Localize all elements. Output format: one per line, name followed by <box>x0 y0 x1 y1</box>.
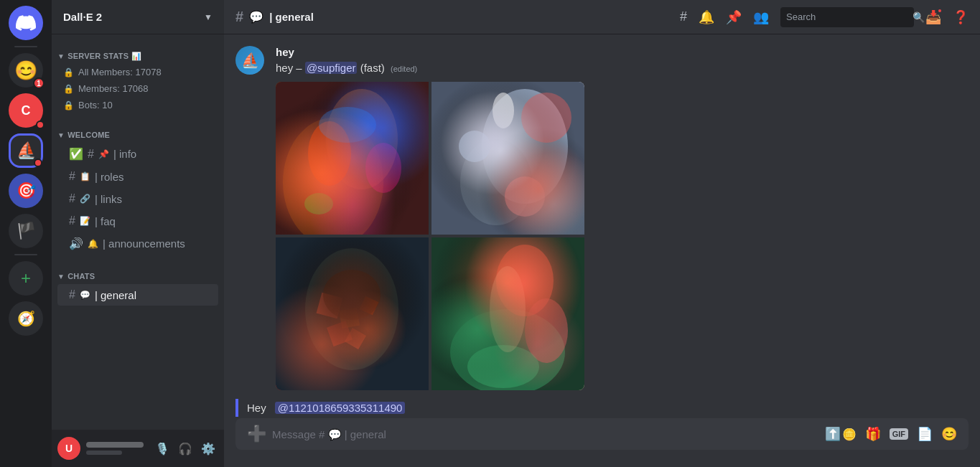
svg-rect-5 <box>276 82 429 235</box>
svg-point-15 <box>521 93 571 143</box>
emoji-icon[interactable]: 😊 <box>941 426 957 442</box>
server-icon-orange[interactable]: 🎯 <box>9 174 43 208</box>
bell-slash-icon[interactable]: 🔔 <box>699 9 714 25</box>
svg-point-18 <box>493 93 514 128</box>
message-text: hey – @supfiger (fast) (edited) <box>276 61 969 76</box>
stat-members-label: Members: 17068 <box>78 83 149 94</box>
boost-icon-group[interactable]: ⬆️ 🪙 <box>825 426 857 442</box>
settings-button[interactable]: ⚙️ <box>198 438 218 458</box>
hash-icon-faq: # <box>69 214 75 227</box>
checkbox-icon: ✅ <box>69 147 83 161</box>
svg-point-6 <box>308 121 351 186</box>
image-grid <box>276 82 584 390</box>
svg-point-20 <box>305 248 398 370</box>
hash-icon-roles: # <box>69 170 75 183</box>
channel-item-info[interactable]: ✅ # 📌 | info <box>57 143 218 165</box>
server-divider-2 <box>14 254 37 255</box>
inbox-icon[interactable]: 📥 <box>925 9 941 25</box>
message-content: hey hey – @supfiger (fast) (edited) <box>276 46 969 390</box>
image-cell-3[interactable] <box>276 237 429 390</box>
category-welcome[interactable]: ▼ WELCOME <box>52 119 224 142</box>
server-dropdown-icon: ▼ <box>204 12 213 22</box>
category-arrow-icon: ▼ <box>57 52 65 60</box>
svg-point-11 <box>482 89 568 204</box>
help-icon[interactable]: ❓ <box>953 9 969 25</box>
image-cell-2[interactable] <box>431 82 584 235</box>
top-bar: # 💬 | general # 🔔 📌 👥 🔍 📥 ❓ <box>224 0 980 34</box>
user-tag <box>86 451 122 455</box>
pin-icon: 📌 <box>98 149 109 159</box>
gif-button[interactable]: GIF <box>890 428 908 440</box>
server-header[interactable]: Dall·E 2 ▼ <box>52 0 224 34</box>
svg-point-29 <box>450 309 565 390</box>
message-avatar: ⛵ <box>235 46 264 75</box>
message-add-button[interactable]: ➕ <box>247 425 266 443</box>
channel-item-general[interactable]: # 💬 | general <box>57 284 218 306</box>
links-extra-icon: 🔗 <box>80 194 90 204</box>
svg-rect-25 <box>345 328 366 349</box>
server-sidebar: 😊 1 C ⛵ 🎯 🏴 + 🧭 <box>0 0 52 467</box>
channel-item-faq[interactable]: # 📝 | faq <box>57 210 218 232</box>
category-server-stats[interactable]: ▼ SERVER STATS 📊 <box>52 40 224 64</box>
category-chats[interactable]: ▼ CHATS <box>52 260 224 283</box>
boost-icon: ⬆️ <box>825 426 841 442</box>
gift-icon[interactable]: 🎁 <box>865 426 881 442</box>
channel-item-roles[interactable]: # 📋 | roles <box>57 166 218 187</box>
category-arrow-chats-icon: ▼ <box>57 273 65 280</box>
lock-icon-2: 🔒 <box>63 84 74 94</box>
message-text-after: (fast) <box>360 62 385 74</box>
message-author[interactable]: hey <box>276 46 294 58</box>
message-mention[interactable]: @supfiger <box>305 62 358 74</box>
image-cell-4[interactable] <box>431 237 584 390</box>
channel-name-links: | links <box>95 193 213 205</box>
pin-action-icon[interactable]: 📌 <box>726 9 742 25</box>
inbox-notification-dot <box>937 8 943 14</box>
svg-rect-33 <box>431 237 584 390</box>
svg-point-30 <box>496 245 554 316</box>
svg-rect-13 <box>431 82 584 235</box>
lock-icon: 🔒 <box>63 67 74 77</box>
message-header: hey <box>276 46 969 58</box>
svg-point-35 <box>467 345 539 388</box>
svg-point-8 <box>304 193 333 214</box>
deafen-button[interactable]: 🎧 <box>175 438 195 458</box>
server-icon-smiley[interactable]: 😊 1 <box>9 53 43 88</box>
svg-rect-21 <box>317 292 343 319</box>
svg-rect-23 <box>360 296 379 315</box>
members-action-icon[interactable]: 👥 <box>753 9 769 25</box>
channel-item-announcements[interactable]: 🔊 🔔 | announcements <box>57 232 218 255</box>
stat-all-members: 🔒 All Members: 17078 <box>52 64 224 80</box>
mute-button[interactable]: 🎙️ <box>152 438 172 458</box>
search-input[interactable] <box>786 11 907 22</box>
explore-button[interactable]: 🧭 <box>9 301 43 336</box>
coin-icon: 🪙 <box>842 428 857 441</box>
server-icon-pirate[interactable]: 🏴 <box>9 214 43 248</box>
svg-rect-4 <box>276 82 429 235</box>
stat-bots-label: Bots: 10 <box>78 100 113 110</box>
svg-point-32 <box>525 298 568 363</box>
channel-name-announcements: | announcements <box>103 237 213 250</box>
message-input[interactable] <box>272 420 819 449</box>
channel-header-name: | general <box>269 11 314 23</box>
server-icon-discord-home[interactable] <box>9 6 43 40</box>
server-icon-red[interactable]: C <box>9 93 43 128</box>
sticker-icon[interactable]: 📄 <box>917 426 933 442</box>
next-message-preview: Hey @1121018659335311490 <box>235 399 969 417</box>
svg-rect-34 <box>431 237 584 390</box>
user-controls: 🎙️ 🎧 ⚙️ <box>152 438 218 458</box>
add-server-button[interactable]: + <box>9 261 43 296</box>
hash-icon-general: # <box>69 288 75 301</box>
channels-list: ▼ SERVER STATS 📊 🔒 All Members: 17078 🔒 … <box>52 34 224 430</box>
main-content: # 💬 | general # 🔔 📌 👥 🔍 📥 ❓ <box>224 0 980 467</box>
hash-action-icon[interactable]: # <box>680 9 687 24</box>
server-icon-dalle[interactable]: ⛵ <box>9 133 43 168</box>
channel-item-links[interactable]: # 🔗 | links <box>57 188 218 209</box>
image-cell-1[interactable] <box>276 82 429 235</box>
message-bar: ➕ ⬆️ 🪙 🎁 GIF 📄 😊 <box>224 418 980 467</box>
user-avatar: U <box>57 437 80 460</box>
category-label-server-stats: SERVER STATS 📊 <box>67 52 141 61</box>
svg-rect-26 <box>276 237 429 390</box>
preview-mention[interactable]: @1121018659335311490 <box>275 402 406 414</box>
svg-rect-22 <box>339 308 360 329</box>
message-text-before: hey – <box>276 62 305 74</box>
